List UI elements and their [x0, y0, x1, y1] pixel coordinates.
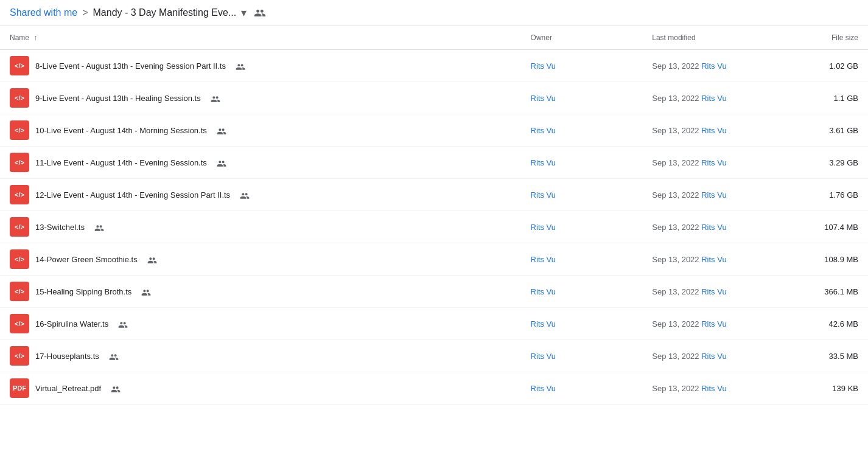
table-row[interactable]: </> 15-Healing Sipping Broth.ts Rits Vu …	[0, 276, 868, 308]
file-modified-cell: Sep 13, 2022 Rits Vu	[642, 211, 781, 243]
owner-link[interactable]: Rits Vu	[531, 190, 556, 200]
table-row[interactable]: </> 13-Switchel.ts Rits Vu Sep 13, 2022 …	[0, 211, 868, 243]
table-row[interactable]: </> 14-Power Green Smoothie.ts Rits Vu S…	[0, 243, 868, 276]
file-owner-cell: Rits Vu	[521, 147, 643, 179]
modified-author-link[interactable]: Rits Vu	[701, 255, 726, 264]
owner-column-header[interactable]: Owner	[521, 26, 643, 50]
modified-author-link[interactable]: Rits Vu	[701, 287, 726, 296]
file-name-cell: </> 16-Spirulina Water.ts	[0, 308, 521, 340]
file-name-cell: </> 14-Power Green Smoothie.ts	[0, 243, 521, 276]
table-row[interactable]: </> 9-Live Event - August 13th - Healing…	[0, 82, 868, 114]
file-owner-cell: Rits Vu	[521, 82, 643, 114]
file-owner-cell: Rits Vu	[521, 179, 643, 211]
owner-link[interactable]: Rits Vu	[531, 319, 556, 329]
file-size-cell: 3.61 GB	[781, 114, 868, 147]
table-row[interactable]: </> 11-Live Event - August 14th - Evenin…	[0, 147, 868, 179]
file-type-icon: </>	[10, 153, 29, 172]
owner-link[interactable]: Rits Vu	[531, 255, 556, 264]
shared-with-me-link[interactable]: Shared with me	[10, 7, 77, 18]
table-row[interactable]: PDF Virtual_Retreat.pdf Rits Vu Sep 13, …	[0, 372, 868, 405]
file-type-icon: </>	[10, 282, 29, 301]
file-owner-cell: Rits Vu	[521, 308, 643, 340]
modified-column-header[interactable]: Last modified	[642, 26, 781, 50]
file-type-icon: PDF	[10, 378, 29, 398]
file-name-cell: </> 10-Live Event - August 14th - Mornin…	[0, 114, 521, 147]
file-modified-cell: Sep 13, 2022 Rits Vu	[642, 179, 781, 211]
modified-date: Sep 13, 2022	[652, 190, 701, 200]
file-modified-cell: Sep 13, 2022 Rits Vu	[642, 340, 781, 372]
file-type-icon: </>	[10, 185, 29, 204]
file-type-icon: </>	[10, 346, 29, 366]
file-owner-cell: Rits Vu	[521, 276, 643, 308]
modified-author-link[interactable]: Rits Vu	[701, 190, 726, 200]
file-name-cell: PDF Virtual_Retreat.pdf	[0, 372, 521, 405]
file-size-cell: 3.29 GB	[781, 147, 868, 179]
file-size-cell: 1.1 GB	[781, 82, 868, 114]
file-modified-cell: Sep 13, 2022 Rits Vu	[642, 372, 781, 405]
file-type-icon: </>	[10, 249, 29, 269]
modified-author-link[interactable]: Rits Vu	[701, 384, 726, 393]
file-name: 16-Spirulina Water.ts	[35, 319, 108, 329]
name-column-header[interactable]: Name ↑	[0, 26, 521, 50]
modified-author-link[interactable]: Rits Vu	[701, 223, 726, 232]
file-type-icon: </>	[10, 88, 29, 108]
file-size-cell: 139 KB	[781, 372, 868, 405]
file-name: 10-Live Event - August 14th - Morning Se…	[35, 126, 207, 135]
file-modified-cell: Sep 13, 2022 Rits Vu	[642, 147, 781, 179]
table-row[interactable]: </> 17-Houseplants.ts Rits Vu Sep 13, 20…	[0, 340, 868, 372]
modified-date: Sep 13, 2022	[652, 352, 701, 361]
table-header-row: Name ↑ Owner Last modified File size	[0, 26, 868, 50]
file-name: 11-Live Event - August 14th - Evening Se…	[35, 158, 207, 167]
owner-link[interactable]: Rits Vu	[531, 223, 556, 232]
modified-date: Sep 13, 2022	[652, 158, 701, 167]
modified-author-link[interactable]: Rits Vu	[701, 61, 726, 71]
modified-author-link[interactable]: Rits Vu	[701, 352, 726, 361]
file-owner-cell: Rits Vu	[521, 372, 643, 405]
modified-date: Sep 13, 2022	[652, 94, 701, 103]
modified-date: Sep 13, 2022	[652, 61, 701, 71]
file-type-icon: </>	[10, 120, 29, 140]
owner-link[interactable]: Rits Vu	[531, 61, 556, 71]
table-row[interactable]: </> 8-Live Event - August 13th - Evening…	[0, 50, 868, 82]
file-modified-cell: Sep 13, 2022 Rits Vu	[642, 243, 781, 276]
modified-date: Sep 13, 2022	[652, 223, 701, 232]
breadcrumb-bar: Shared with me > Mandy - 3 Day Manifesti…	[0, 0, 868, 26]
file-owner-cell: Rits Vu	[521, 340, 643, 372]
file-name: 8-Live Event - August 13th - Evening Ses…	[35, 61, 226, 71]
file-name-cell: </> 12-Live Event - August 14th - Evenin…	[0, 179, 521, 211]
file-name: 17-Houseplants.ts	[35, 352, 99, 361]
modified-author-link[interactable]: Rits Vu	[701, 319, 726, 329]
sort-ascending-icon: ↑	[33, 33, 37, 42]
modified-author-link[interactable]: Rits Vu	[701, 126, 726, 135]
owner-link[interactable]: Rits Vu	[531, 352, 556, 361]
file-name: Virtual_Retreat.pdf	[35, 384, 101, 393]
modified-date: Sep 13, 2022	[652, 126, 701, 135]
modified-author-link[interactable]: Rits Vu	[701, 158, 726, 167]
file-size-cell: 1.76 GB	[781, 179, 868, 211]
modified-author-link[interactable]: Rits Vu	[701, 94, 726, 103]
file-name: 9-Live Event - August 13th - Healing Ses…	[35, 94, 201, 103]
size-column-header[interactable]: File size	[781, 26, 868, 50]
file-size-cell: 1.02 GB	[781, 50, 868, 82]
table-row[interactable]: </> 16-Spirulina Water.ts Rits Vu Sep 13…	[0, 308, 868, 340]
table-row[interactable]: </> 10-Live Event - August 14th - Mornin…	[0, 114, 868, 147]
breadcrumb-separator: >	[82, 7, 88, 18]
file-name-cell: </> 11-Live Event - August 14th - Evenin…	[0, 147, 521, 179]
owner-link[interactable]: Rits Vu	[531, 94, 556, 103]
folder-chevron-icon[interactable]: ▾	[241, 6, 247, 19]
file-name-cell: </> 15-Healing Sipping Broth.ts	[0, 276, 521, 308]
file-size-cell: 33.5 MB	[781, 340, 868, 372]
owner-link[interactable]: Rits Vu	[531, 158, 556, 167]
owner-link[interactable]: Rits Vu	[531, 126, 556, 135]
modified-date: Sep 13, 2022	[652, 319, 701, 329]
file-size-cell: 42.6 MB	[781, 308, 868, 340]
file-owner-cell: Rits Vu	[521, 243, 643, 276]
file-type-icon: </>	[10, 217, 29, 237]
file-name-cell: </> 9-Live Event - August 13th - Healing…	[0, 82, 521, 114]
owner-link[interactable]: Rits Vu	[531, 287, 556, 296]
file-name: 14-Power Green Smoothie.ts	[35, 255, 138, 264]
table-row[interactable]: </> 12-Live Event - August 14th - Evenin…	[0, 179, 868, 211]
file-size-cell: 107.4 MB	[781, 211, 868, 243]
file-table: Name ↑ Owner Last modified File size </>…	[0, 26, 868, 405]
owner-link[interactable]: Rits Vu	[531, 384, 556, 393]
